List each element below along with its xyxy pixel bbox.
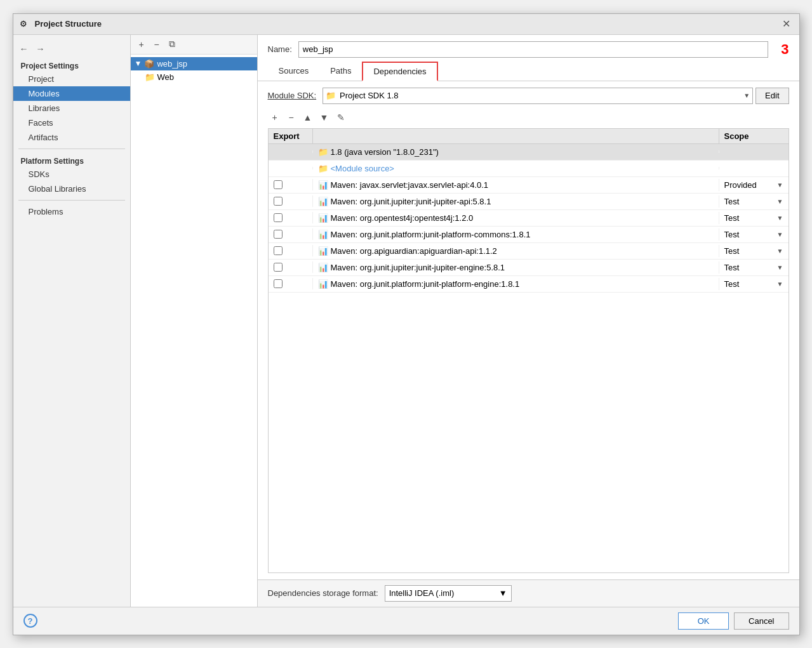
sidebar-item-artifacts[interactable]: Artifacts xyxy=(13,130,130,145)
export-cell-4 xyxy=(269,228,313,240)
dep-row-dep5[interactable]: 📊 Maven: org.apiguardian:apiguardian-api… xyxy=(269,243,789,260)
right-panel: Name: 3 Sources Paths Dependencies Modul… xyxy=(258,35,799,607)
dep-row-dep6[interactable]: 📊 Maven: org.junit.jupiter:junit-jupiter… xyxy=(269,260,789,276)
add-module-button[interactable]: + xyxy=(135,37,149,51)
name-cell-source: 📁 <Module source> xyxy=(313,162,719,175)
copy-module-button[interactable]: ⧉ xyxy=(165,37,179,51)
export-checkbox-3[interactable] xyxy=(274,213,283,222)
export-checkbox-2[interactable] xyxy=(274,197,283,206)
sidebar-item-problems[interactable]: Problems xyxy=(13,204,130,219)
export-checkbox-7[interactable] xyxy=(274,279,283,288)
scope-cell-4[interactable]: Test ▼ xyxy=(719,228,789,241)
export-checkbox-6[interactable] xyxy=(274,263,283,272)
remove-dep-button[interactable]: − xyxy=(284,110,298,124)
maven-icon-3: 📊 xyxy=(318,213,328,223)
export-checkbox-1[interactable] xyxy=(274,180,283,189)
dep-name-7: Maven: org.junit.platform:junit-platform… xyxy=(331,279,520,289)
scope-arrow-1[interactable]: ▼ xyxy=(777,182,783,188)
scope-arrow-4[interactable]: ▼ xyxy=(777,231,783,238)
ok-button[interactable]: OK xyxy=(678,612,729,630)
dep-table-body: 📁 1.8 (java version "1.8.0_231") 📁 <Modu… xyxy=(269,144,789,572)
sdk-select[interactable]: 📁 Project SDK 1.8 ▼ xyxy=(323,88,753,104)
dep-row-dep4[interactable]: 📊 Maven: org.junit.platform:junit-platfo… xyxy=(269,227,789,243)
dep-toolbar: + − ▲ ▼ ✎ xyxy=(268,110,789,124)
source-link[interactable]: <Module source> xyxy=(331,164,394,173)
export-col-header: Export xyxy=(269,129,313,143)
dialog-body: ← → Project Settings Project Modules Lib… xyxy=(13,35,799,607)
source-icon: 📁 xyxy=(318,164,328,173)
scope-cell-6[interactable]: Test ▼ xyxy=(719,261,789,274)
scope-arrow-7[interactable]: ▼ xyxy=(777,281,783,288)
edit-sdk-button[interactable]: Edit xyxy=(755,88,789,104)
name-cell-5: 📊 Maven: org.apiguardian:apiguardian-api… xyxy=(313,245,719,257)
storage-value: IntelliJ IDEA (.iml) xyxy=(389,588,455,598)
add-dep-button[interactable]: + xyxy=(268,110,282,124)
scope-cell-5[interactable]: Test ▼ xyxy=(719,245,789,257)
dep-name-4: Maven: org.junit.platform:junit-platform… xyxy=(331,230,531,239)
name-cell-3: 📊 Maven: org.opentest4j:opentest4j:1.2.0 xyxy=(313,212,719,224)
help-button[interactable]: ? xyxy=(23,614,37,628)
sidebar-item-facets[interactable]: Facets xyxy=(13,116,130,130)
platform-settings-section: Platform Settings xyxy=(13,153,130,167)
sidebar-item-global-libraries[interactable]: Global Libraries xyxy=(13,182,130,196)
name-col-header xyxy=(313,129,719,143)
scope-arrow-5[interactable]: ▼ xyxy=(777,248,783,255)
back-button[interactable]: ← xyxy=(17,43,31,55)
dialog-title: Project Structure xyxy=(35,19,102,29)
name-cell-4: 📊 Maven: org.junit.platform:junit-platfo… xyxy=(313,228,719,241)
sidebar-item-project[interactable]: Project xyxy=(13,72,130,86)
module-panel: + − ⧉ ▼ 📦 web_jsp 📁 Web xyxy=(131,35,258,607)
dep-name-6: Maven: org.junit.jupiter:junit-jupiter-e… xyxy=(331,263,505,272)
name-cell-6: 📊 Maven: org.junit.jupiter:junit-jupiter… xyxy=(313,261,719,274)
scope-arrow-2[interactable]: ▼ xyxy=(777,198,783,205)
maven-icon-7: 📊 xyxy=(318,279,328,289)
export-checkbox-4[interactable] xyxy=(274,230,283,239)
dep-row-jdk[interactable]: 📁 1.8 (java version "1.8.0_231") xyxy=(269,144,789,161)
move-up-dep-button[interactable]: ▲ xyxy=(301,110,315,124)
export-cell-6 xyxy=(269,261,313,273)
scope-cell-2[interactable]: Test ▼ xyxy=(719,195,789,208)
scope-value-6: Test xyxy=(724,263,740,272)
edit-dep-button[interactable]: ✎ xyxy=(334,110,348,124)
jdk-name: 1.8 (java version "1.8.0_231") xyxy=(331,147,439,157)
sidebar-item-libraries[interactable]: Libraries xyxy=(13,101,130,116)
dep-row-dep2[interactable]: 📊 Maven: org.junit.jupiter:junit-jupiter… xyxy=(269,194,789,210)
remove-module-button[interactable]: − xyxy=(150,37,164,51)
dep-row-dep1[interactable]: 📊 Maven: javax.servlet:javax.servlet-api… xyxy=(269,177,789,194)
scope-cell-source xyxy=(719,167,789,169)
sdk-dropdown-arrow: ▼ xyxy=(743,92,750,99)
forward-button[interactable]: → xyxy=(34,43,48,55)
cancel-button[interactable]: Cancel xyxy=(734,612,789,630)
storage-select[interactable]: IntelliJ IDEA (.iml) ▼ xyxy=(385,585,512,602)
scope-value-1: Provided xyxy=(724,180,757,190)
name-cell-jdk: 📁 1.8 (java version "1.8.0_231") xyxy=(313,146,719,158)
name-input[interactable] xyxy=(298,41,768,58)
export-cell-3 xyxy=(269,212,313,223)
dialog-footer: ? OK Cancel xyxy=(13,607,799,635)
sidebar-divider-2 xyxy=(18,200,125,201)
tab-paths[interactable]: Paths xyxy=(319,62,362,81)
sidebar-item-modules[interactable]: Modules xyxy=(13,86,130,101)
scope-value-3: Test xyxy=(724,213,740,223)
tab-sources[interactable]: Sources xyxy=(268,62,320,81)
storage-dropdown-arrow: ▼ xyxy=(499,588,507,598)
tab-dependencies[interactable]: Dependencies xyxy=(362,62,437,81)
jdk-icon: 📁 xyxy=(318,147,328,157)
dep-row-dep3[interactable]: 📊 Maven: org.opentest4j:opentest4j:1.2.0… xyxy=(269,210,789,227)
scope-arrow-3[interactable]: ▼ xyxy=(777,215,783,222)
dep-table: Export Scope 📁 1.8 (java version "1.8.0_… xyxy=(268,128,789,573)
close-button[interactable]: ✕ xyxy=(780,18,793,30)
export-checkbox-5[interactable] xyxy=(274,246,283,255)
scope-cell-7[interactable]: Test ▼ xyxy=(719,278,789,290)
move-down-dep-button[interactable]: ▼ xyxy=(317,110,331,124)
dep-name-3: Maven: org.opentest4j:opentest4j:1.2.0 xyxy=(331,213,474,223)
sidebar-item-sdks[interactable]: SDKs xyxy=(13,167,130,182)
dep-row-dep7[interactable]: 📊 Maven: org.junit.platform:junit-platfo… xyxy=(269,276,789,293)
dep-row-module-source[interactable]: 📁 <Module source> xyxy=(269,161,789,177)
scope-cell-1[interactable]: Provided ▼ xyxy=(719,179,789,191)
tree-item-web[interactable]: 📁 Web xyxy=(131,70,257,84)
scope-arrow-6[interactable]: ▼ xyxy=(777,264,783,271)
scope-cell-3[interactable]: Test ▼ xyxy=(719,212,789,224)
tree-item-web-jsp[interactable]: ▼ 📦 web_jsp xyxy=(131,57,257,70)
title-bar-left: ⚙ Project Structure xyxy=(20,19,102,29)
